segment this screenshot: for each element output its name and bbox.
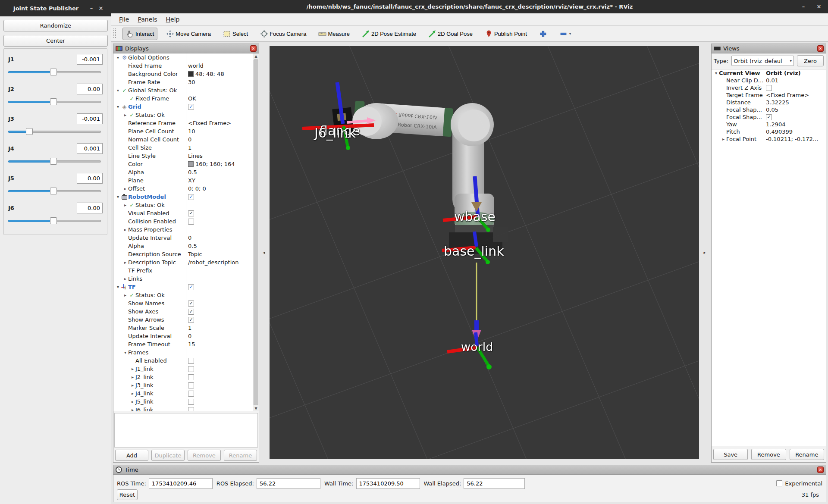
- checkbox[interactable]: [188, 382, 194, 388]
- expander-icon[interactable]: ▾: [122, 350, 128, 355]
- save-button[interactable]: Save: [713, 449, 748, 460]
- tree-row[interactable]: Alpha0.5: [113, 168, 259, 176]
- expander-icon[interactable]: ▸: [130, 399, 135, 404]
- slider-handle[interactable]: [50, 188, 57, 194]
- randomize-button[interactable]: Randomize: [3, 20, 108, 31]
- views-panel-header[interactable]: Views ✕: [712, 44, 826, 53]
- checkbox[interactable]: [188, 104, 194, 110]
- slider-handle[interactable]: [50, 217, 57, 224]
- tree-row[interactable]: TF Prefix: [113, 266, 259, 275]
- tree-row[interactable]: Show Axes: [113, 307, 259, 316]
- tool-focus-camera[interactable]: Focus Camera: [257, 28, 310, 40]
- scroll-down-icon[interactable]: ▼: [253, 406, 259, 411]
- expander-icon[interactable]: ▸: [721, 137, 726, 141]
- jsp-minimize-button[interactable]: –: [87, 5, 96, 12]
- checkbox[interactable]: [188, 391, 194, 397]
- tool-interact[interactable]: Interact: [122, 28, 157, 40]
- tree-row[interactable]: Frame Timeout15: [113, 340, 259, 348]
- checkbox[interactable]: [188, 210, 194, 216]
- tree-row[interactable]: Marker Scale1: [113, 324, 259, 332]
- slider-handle[interactable]: [50, 69, 57, 75]
- tree-row[interactable]: ▸Description Topic/robot_description: [113, 258, 259, 266]
- tree-row[interactable]: Visual Enabled: [113, 209, 259, 217]
- tree-row[interactable]: ▸J6_link: [113, 406, 259, 411]
- tool-plus[interactable]: [536, 28, 551, 40]
- rviz-minimize-button[interactable]: –: [799, 3, 808, 10]
- checkbox[interactable]: [188, 301, 194, 307]
- menu-file[interactable]: File: [115, 15, 133, 24]
- tool-minus[interactable]: ▾: [556, 28, 575, 40]
- tree-row[interactable]: Fixed Frameworld: [113, 62, 259, 70]
- tree-row[interactable]: ▾⚙Global Options: [113, 53, 259, 62]
- tree-row[interactable]: ▾TF: [113, 283, 259, 291]
- tree-row[interactable]: Alpha0.5: [113, 242, 259, 250]
- joint-value-field[interactable]: [77, 54, 103, 65]
- joint-value-field[interactable]: [77, 173, 103, 184]
- tree-row[interactable]: ▸Mass Properties: [113, 225, 259, 234]
- tree-row[interactable]: ▸Focal Point-0.10211; -0.172...: [712, 135, 826, 143]
- tool-move-camera[interactable]: Move Camera: [163, 28, 214, 40]
- tree-row[interactable]: ▾Frames: [113, 348, 259, 357]
- ros-time-field[interactable]: [149, 478, 213, 489]
- tree-row[interactable]: ▸J5_link: [113, 398, 259, 406]
- tool-publish-point[interactable]: Publish Point: [481, 28, 530, 40]
- menu-panels[interactable]: Panels: [133, 15, 161, 24]
- joint-value-field[interactable]: [77, 84, 103, 94]
- expander-icon[interactable]: ▸: [130, 391, 135, 396]
- tool-2d-goal-pose[interactable]: 2D Goal Pose: [425, 28, 476, 40]
- checkbox[interactable]: [188, 374, 194, 380]
- rename-button[interactable]: Rename: [790, 449, 824, 460]
- scrollbar-thumb[interactable]: [254, 59, 258, 405]
- remove-button[interactable]: Remove: [751, 449, 786, 460]
- displays-scrollbar[interactable]: ▲ ▼: [253, 53, 259, 411]
- checkbox[interactable]: [188, 309, 194, 315]
- joint-slider[interactable]: [8, 68, 103, 77]
- joint-slider[interactable]: [8, 98, 103, 106]
- checkbox[interactable]: [188, 317, 194, 323]
- expander-icon[interactable]: ▸: [130, 366, 135, 371]
- tree-row[interactable]: ▾RobotModel: [113, 193, 259, 201]
- checkbox[interactable]: [188, 284, 194, 290]
- joint-value-field[interactable]: [77, 113, 103, 124]
- expander-icon[interactable]: ▾: [115, 88, 121, 93]
- toolbar-drag-handle[interactable]: [113, 28, 116, 39]
- collapse-left-handle[interactable]: ◂: [260, 247, 268, 257]
- tree-row[interactable]: ▸Links: [113, 275, 259, 283]
- time-panel-header[interactable]: Time ✕: [113, 465, 826, 475]
- experimental-checkbox[interactable]: [776, 480, 782, 486]
- checkbox[interactable]: [188, 194, 194, 200]
- checkbox[interactable]: [188, 366, 194, 372]
- expander-icon[interactable]: ▾: [115, 285, 121, 289]
- tree-row[interactable]: Target Frame<Fixed Frame>: [712, 91, 826, 99]
- tree-row[interactable]: Focal Shap...: [712, 113, 826, 121]
- render-viewport[interactable]: FANUC Robot CRX-10iA FANUC Robot CRX-10i…: [270, 46, 699, 459]
- tree-row[interactable]: All Enabled: [113, 357, 259, 365]
- joint-value-field[interactable]: [77, 143, 103, 154]
- tree-row[interactable]: Invert Z Axis: [712, 84, 826, 91]
- tree-row[interactable]: ▸J4_link: [113, 389, 259, 398]
- expander-icon[interactable]: ▸: [122, 276, 128, 281]
- tree-row[interactable]: ▸J2_link: [113, 373, 259, 381]
- ros-elapsed-field[interactable]: [257, 478, 320, 489]
- tree-row[interactable]: Line StyleLines: [113, 152, 259, 160]
- scroll-up-icon[interactable]: ▲: [253, 53, 259, 59]
- tree-row[interactable]: Description SourceTopic: [113, 250, 259, 258]
- joint-value-field[interactable]: [77, 203, 103, 213]
- slider-handle[interactable]: [50, 98, 57, 105]
- expander-icon[interactable]: ▸: [122, 227, 128, 232]
- jsp-close-button[interactable]: ✕: [96, 5, 106, 12]
- expander-icon[interactable]: ▸: [122, 203, 128, 207]
- tree-row[interactable]: Normal Cell Count0: [113, 135, 259, 144]
- tree-row[interactable]: Focal Shap...0.05: [712, 106, 826, 113]
- tree-row[interactable]: ✓Fixed FrameOK: [113, 94, 259, 103]
- view-type-dropdown[interactable]: Orbit (rviz_defaul ▾: [731, 56, 794, 66]
- tool-2d-pose-estimate[interactable]: 2D Pose Estimate: [358, 28, 420, 40]
- tree-row[interactable]: Update Interval0: [113, 332, 259, 340]
- tree-row[interactable]: Show Names: [113, 299, 259, 307]
- joint-slider[interactable]: [8, 128, 103, 136]
- time-close-icon[interactable]: ✕: [817, 466, 824, 473]
- add-button[interactable]: Add: [115, 450, 148, 461]
- tree-row[interactable]: Distance3.32225: [712, 99, 826, 106]
- views-close-icon[interactable]: ✕: [817, 45, 824, 52]
- tree-row[interactable]: Yaw1.2904: [712, 121, 826, 128]
